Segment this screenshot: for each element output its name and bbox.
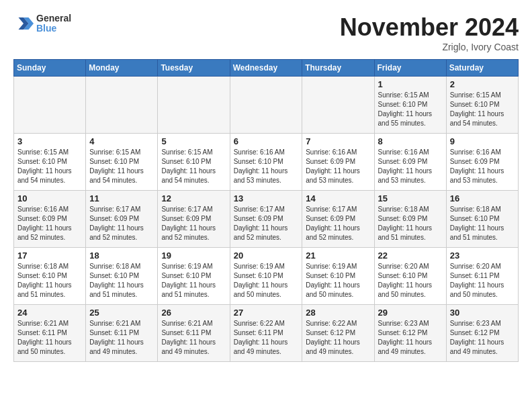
day-number: 30 bbox=[450, 308, 515, 318]
calendar-cell: 15Sunrise: 6:18 AM Sunset: 6:09 PM Dayli… bbox=[374, 191, 446, 248]
day-info: Sunrise: 6:17 AM Sunset: 6:09 PM Dayligh… bbox=[89, 205, 154, 242]
day-header-tuesday: Tuesday bbox=[158, 60, 230, 77]
day-info: Sunrise: 6:19 AM Sunset: 6:10 PM Dayligh… bbox=[161, 262, 226, 300]
day-number: 21 bbox=[306, 250, 370, 261]
day-number: 9 bbox=[450, 136, 515, 146]
day-info: Sunrise: 6:16 AM Sunset: 6:09 PM Dayligh… bbox=[378, 148, 443, 185]
day-number: 12 bbox=[161, 193, 226, 203]
day-info: Sunrise: 6:15 AM Sunset: 6:10 PM Dayligh… bbox=[161, 148, 226, 185]
day-number: 22 bbox=[378, 250, 443, 261]
day-info: Sunrise: 6:17 AM Sunset: 6:09 PM Dayligh… bbox=[234, 205, 299, 242]
day-info: Sunrise: 6:16 AM Sunset: 6:09 PM Dayligh… bbox=[17, 205, 82, 242]
calendar-cell: 28Sunrise: 6:22 AM Sunset: 6:12 PM Dayli… bbox=[302, 305, 374, 362]
calendar-cell: 1Sunrise: 6:15 AM Sunset: 6:10 PM Daylig… bbox=[374, 77, 446, 134]
calendar-cell: 16Sunrise: 6:18 AM Sunset: 6:10 PM Dayli… bbox=[446, 191, 518, 248]
day-info: Sunrise: 6:19 AM Sunset: 6:10 PM Dayligh… bbox=[306, 262, 370, 300]
day-number: 17 bbox=[17, 250, 82, 261]
calendar-body: 1Sunrise: 6:15 AM Sunset: 6:10 PM Daylig… bbox=[14, 77, 519, 362]
calendar-week-5: 24Sunrise: 6:21 AM Sunset: 6:11 PM Dayli… bbox=[14, 305, 519, 362]
calendar-cell: 25Sunrise: 6:21 AM Sunset: 6:11 PM Dayli… bbox=[86, 305, 158, 362]
day-number: 4 bbox=[89, 136, 154, 146]
calendar-cell: 12Sunrise: 6:17 AM Sunset: 6:09 PM Dayli… bbox=[158, 191, 230, 248]
calendar-cell: 3Sunrise: 6:15 AM Sunset: 6:10 PM Daylig… bbox=[14, 134, 86, 191]
day-info: Sunrise: 6:22 AM Sunset: 6:11 PM Dayligh… bbox=[234, 319, 299, 357]
day-info: Sunrise: 6:19 AM Sunset: 6:10 PM Dayligh… bbox=[234, 262, 299, 300]
calendar-cell: 30Sunrise: 6:23 AM Sunset: 6:12 PM Dayli… bbox=[446, 305, 518, 362]
day-info: Sunrise: 6:15 AM Sunset: 6:10 PM Dayligh… bbox=[450, 91, 515, 128]
day-number: 11 bbox=[89, 193, 154, 203]
calendar-cell: 23Sunrise: 6:20 AM Sunset: 6:11 PM Dayli… bbox=[446, 248, 518, 305]
calendar-cell: 14Sunrise: 6:17 AM Sunset: 6:09 PM Dayli… bbox=[302, 191, 374, 248]
calendar-week-3: 10Sunrise: 6:16 AM Sunset: 6:09 PM Dayli… bbox=[14, 191, 519, 248]
day-number: 27 bbox=[234, 308, 299, 318]
calendar-week-2: 3Sunrise: 6:15 AM Sunset: 6:10 PM Daylig… bbox=[14, 134, 519, 191]
day-info: Sunrise: 6:21 AM Sunset: 6:11 PM Dayligh… bbox=[17, 319, 82, 357]
logo-blue-text: Blue bbox=[36, 24, 71, 34]
calendar-cell: 6Sunrise: 6:16 AM Sunset: 6:10 PM Daylig… bbox=[230, 134, 302, 191]
calendar-week-1: 1Sunrise: 6:15 AM Sunset: 6:10 PM Daylig… bbox=[14, 77, 519, 134]
day-number: 16 bbox=[450, 193, 515, 203]
logo-general-text: General bbox=[36, 13, 71, 24]
calendar-cell: 21Sunrise: 6:19 AM Sunset: 6:10 PM Dayli… bbox=[302, 248, 374, 305]
day-header-monday: Monday bbox=[86, 60, 158, 77]
day-number: 3 bbox=[17, 136, 82, 146]
calendar-cell bbox=[158, 77, 230, 134]
day-info: Sunrise: 6:21 AM Sunset: 6:11 PM Dayligh… bbox=[161, 319, 226, 357]
day-number: 19 bbox=[161, 250, 226, 261]
month-title: November 2024 bbox=[340, 13, 519, 42]
calendar-cell: 17Sunrise: 6:18 AM Sunset: 6:10 PM Dayli… bbox=[14, 248, 86, 305]
location-subtitle: Zriglo, Ivory Coast bbox=[340, 42, 519, 52]
day-number: 14 bbox=[306, 193, 370, 203]
day-info: Sunrise: 6:15 AM Sunset: 6:10 PM Dayligh… bbox=[89, 148, 154, 185]
calendar-cell: 26Sunrise: 6:21 AM Sunset: 6:11 PM Dayli… bbox=[158, 305, 230, 362]
day-info: Sunrise: 6:16 AM Sunset: 6:09 PM Dayligh… bbox=[306, 148, 370, 185]
calendar-cell: 8Sunrise: 6:16 AM Sunset: 6:09 PM Daylig… bbox=[374, 134, 446, 191]
day-number: 1 bbox=[378, 79, 443, 89]
day-info: Sunrise: 6:15 AM Sunset: 6:10 PM Dayligh… bbox=[378, 91, 443, 128]
day-number: 8 bbox=[378, 136, 443, 146]
day-number: 13 bbox=[234, 193, 299, 203]
day-number: 20 bbox=[234, 250, 299, 261]
day-info: Sunrise: 6:18 AM Sunset: 6:10 PM Dayligh… bbox=[89, 262, 154, 300]
logo: General Blue bbox=[13, 13, 71, 34]
day-info: Sunrise: 6:17 AM Sunset: 6:09 PM Dayligh… bbox=[306, 205, 370, 242]
day-info: Sunrise: 6:23 AM Sunset: 6:12 PM Dayligh… bbox=[450, 319, 515, 357]
calendar-cell: 27Sunrise: 6:22 AM Sunset: 6:11 PM Dayli… bbox=[230, 305, 302, 362]
calendar-cell: 19Sunrise: 6:19 AM Sunset: 6:10 PM Dayli… bbox=[158, 248, 230, 305]
day-info: Sunrise: 6:18 AM Sunset: 6:09 PM Dayligh… bbox=[378, 205, 443, 242]
title-block: November 2024 Zriglo, Ivory Coast bbox=[340, 13, 519, 52]
days-header-row: SundayMondayTuesdayWednesdayThursdayFrid… bbox=[14, 60, 519, 77]
day-number: 29 bbox=[378, 308, 443, 318]
day-info: Sunrise: 6:22 AM Sunset: 6:12 PM Dayligh… bbox=[306, 319, 370, 357]
calendar-cell bbox=[230, 77, 302, 134]
day-header-friday: Friday bbox=[374, 60, 446, 77]
page-header: General Blue November 2024 Zriglo, Ivory… bbox=[13, 13, 519, 52]
day-info: Sunrise: 6:20 AM Sunset: 6:10 PM Dayligh… bbox=[378, 262, 443, 300]
day-info: Sunrise: 6:21 AM Sunset: 6:11 PM Dayligh… bbox=[89, 319, 154, 357]
day-info: Sunrise: 6:16 AM Sunset: 6:10 PM Dayligh… bbox=[234, 148, 299, 185]
day-number: 18 bbox=[89, 250, 154, 261]
calendar-cell bbox=[14, 77, 86, 134]
calendar-cell: 10Sunrise: 6:16 AM Sunset: 6:09 PM Dayli… bbox=[14, 191, 86, 248]
calendar-cell: 11Sunrise: 6:17 AM Sunset: 6:09 PM Dayli… bbox=[86, 191, 158, 248]
calendar-cell: 5Sunrise: 6:15 AM Sunset: 6:10 PM Daylig… bbox=[158, 134, 230, 191]
calendar-cell: 24Sunrise: 6:21 AM Sunset: 6:11 PM Dayli… bbox=[14, 305, 86, 362]
calendar-cell: 20Sunrise: 6:19 AM Sunset: 6:10 PM Dayli… bbox=[230, 248, 302, 305]
day-header-sunday: Sunday bbox=[14, 60, 86, 77]
calendar-table: SundayMondayTuesdayWednesdayThursdayFrid… bbox=[13, 59, 519, 362]
day-number: 5 bbox=[161, 136, 226, 146]
day-info: Sunrise: 6:20 AM Sunset: 6:11 PM Dayligh… bbox=[450, 262, 515, 300]
day-header-wednesday: Wednesday bbox=[230, 60, 302, 77]
logo-text: General Blue bbox=[36, 13, 71, 34]
day-header-thursday: Thursday bbox=[302, 60, 374, 77]
calendar-week-4: 17Sunrise: 6:18 AM Sunset: 6:10 PM Dayli… bbox=[14, 248, 519, 305]
calendar-cell: 2Sunrise: 6:15 AM Sunset: 6:10 PM Daylig… bbox=[446, 77, 518, 134]
calendar-header: SundayMondayTuesdayWednesdayThursdayFrid… bbox=[14, 60, 519, 77]
day-info: Sunrise: 6:15 AM Sunset: 6:10 PM Dayligh… bbox=[17, 148, 82, 185]
calendar-cell bbox=[302, 77, 374, 134]
day-info: Sunrise: 6:18 AM Sunset: 6:10 PM Dayligh… bbox=[17, 262, 82, 300]
calendar-cell: 9Sunrise: 6:16 AM Sunset: 6:09 PM Daylig… bbox=[446, 134, 518, 191]
calendar-cell bbox=[86, 77, 158, 134]
calendar-cell: 29Sunrise: 6:23 AM Sunset: 6:12 PM Dayli… bbox=[374, 305, 446, 362]
day-header-saturday: Saturday bbox=[446, 60, 518, 77]
